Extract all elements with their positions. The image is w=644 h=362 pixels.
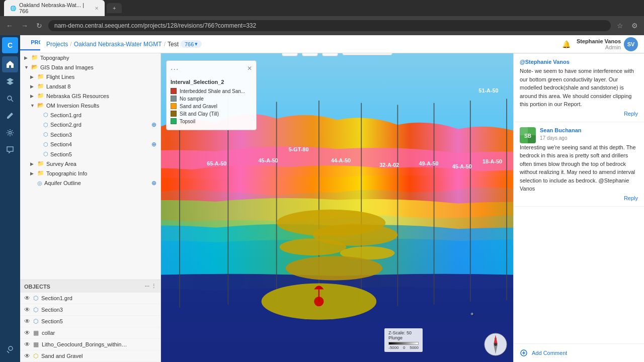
tree-om-inversion[interactable]: ▼ 📂 OM Inversion Results [20, 101, 160, 110]
tree-flight-lines[interactable]: ▶ 📁 Flight Lines [20, 72, 160, 81]
rail-settings[interactable] [2, 125, 18, 141]
tree-section4[interactable]: ▶ ⬡ Section4 ⊕ [20, 139, 160, 149]
user-role: Admin [577, 44, 621, 50]
version-chevron: ▾ [195, 41, 198, 47]
comment-author-0: @Stephanie Vanos [520, 59, 638, 65]
visibility-icon-section1[interactable]: 👁 [24, 295, 30, 302]
add-comment-row[interactable]: Add Comment [514, 343, 644, 362]
refresh-btn[interactable]: ↻ [34, 21, 44, 31]
add-comment-label: Add Comment [532, 350, 567, 356]
tree-section5[interactable]: ▶ ⬡ Section5 [20, 149, 160, 159]
comment-author-1: Sean Buchanan [540, 127, 582, 133]
rail-comment[interactable] [2, 142, 18, 158]
forward-btn[interactable]: → [19, 21, 30, 31]
visibility-icon-litho[interactable]: 👁 [24, 341, 30, 348]
visibility-icon-sand[interactable]: 👁 [24, 352, 30, 359]
obj-icon-sand: ⬡ [33, 352, 38, 359]
viewport[interactable]: 51-A-50 18-B-63 45-A-50 65-A-50 5-GT-80 … [161, 35, 513, 362]
tree-container: ▶ 📁 Topography ▼ 📂 GIS Data and Images [20, 51, 160, 280]
comment-row-1: SB Sean Buchanan 17 days ago [520, 127, 638, 143]
browser-chrome: 🌐 Oakland Nebraska-Wat... | 766 ✕ + ← → … [0, 0, 644, 35]
tree-arrow-landsat: ▶ [30, 84, 35, 89]
comment-meta-1: 17 days ago [540, 135, 582, 141]
legend-close-btn[interactable]: ✕ [247, 65, 252, 72]
svg-point-15 [280, 238, 346, 255]
extensions-btn[interactable]: ⚙ [629, 21, 640, 31]
legend-item-1: No sample [171, 96, 252, 102]
tree-topography[interactable]: ▶ 📁 Topography [20, 53, 160, 62]
tree-topo-info[interactable]: ▶ 📁 Topographic Info [20, 168, 160, 178]
svg-text:5-GT-80: 5-GT-80 [289, 146, 309, 152]
obj-icon-section3: ⬡ [33, 306, 38, 313]
new-tab-btn[interactable]: + [107, 3, 122, 13]
object-sand-gravel[interactable]: 👁 ⬡ Sand and Gravel [20, 350, 160, 362]
object-section5[interactable]: 👁 ⬡ Section5 [20, 316, 160, 327]
legend-dots[interactable]: ··· [171, 65, 179, 74]
header-right: 🔔 Stephanie Vanos Admin SV [562, 37, 638, 51]
object-collar[interactable]: 👁 ▦ collar [20, 327, 160, 339]
legend-item-4: Topsoil [171, 118, 252, 124]
icon-rail: C [0, 35, 20, 362]
tree-aquifer[interactable]: ▶ ◎ Aquifer Outline ⊕ [20, 178, 160, 188]
svg-text:51-A-50: 51-A-50 [478, 87, 498, 94]
avatar-image-1: SB [520, 127, 536, 143]
svg-line-1 [11, 100, 13, 102]
reply-btn-0[interactable]: Reply [520, 111, 638, 117]
active-tab[interactable]: 🌐 Oakland Nebraska-Wat... | 766 ✕ [4, 0, 105, 16]
tree-arrow-survey: ▶ [30, 161, 35, 166]
url-input[interactable] [48, 20, 611, 31]
visibility-icon-collar[interactable]: 👁 [24, 329, 30, 336]
breadcrumb-projects[interactable]: Projects [46, 41, 68, 48]
app-logo[interactable]: C [2, 37, 18, 53]
tree-landsat[interactable]: ▶ 📁 Landsat 8 [20, 81, 160, 91]
legend-label-1: No sample [180, 96, 204, 102]
rail-layers[interactable] [2, 73, 18, 89]
breadcrumb-project-name[interactable]: Oakland Nebraska-Water MGMT [74, 41, 162, 48]
notification-btn[interactable]: 🔔 [562, 40, 571, 48]
rail-tools[interactable] [2, 342, 18, 358]
rail-home[interactable] [2, 56, 18, 72]
visibility-icon-section3[interactable]: 👁 [24, 306, 30, 313]
tree-label-survey: Survey Area [46, 161, 76, 167]
object-litho[interactable]: 👁 ▦ Litho_Geoclourd_Borings_within_Oakla… [20, 339, 160, 350]
legend-title: Interval_Selection_2 [171, 79, 252, 85]
reply-btn-1[interactable]: Reply [520, 195, 638, 201]
tree-nebraska[interactable]: ▶ 📁 Nebraska GIS Resources [20, 91, 160, 101]
visibility-icon-section5[interactable]: 👁 [24, 318, 30, 325]
tree-survey-area[interactable]: ▶ 📁 Survey Area [20, 159, 160, 168]
add-btn-section4[interactable]: ⊕ [151, 141, 156, 148]
legend-panel: ··· Interval_Selection_2 Interbedded Sha… [166, 60, 257, 130]
svg-text:44-A-50: 44-A-50 [331, 157, 351, 163]
object-section3[interactable]: 👁 ⬡ Section3 [20, 304, 160, 316]
tree-section3[interactable]: ▶ ⬡ Section3 [20, 130, 160, 139]
tab-favicon: 🌐 [10, 6, 16, 11]
tab-close-btn[interactable]: ✕ [95, 6, 99, 11]
svg-point-17 [286, 256, 383, 280]
obj-icon-section5: ⬡ [33, 318, 38, 325]
back-btn[interactable]: ← [4, 21, 15, 31]
obj-icon-collar: ▦ [33, 329, 39, 336]
rail-pencil[interactable] [2, 108, 18, 124]
rail-search[interactable] [2, 90, 18, 107]
folder-icon-nebraska: 📁 [37, 93, 44, 99]
object-section1[interactable]: 👁 ⬡ Section1.grd [20, 293, 160, 304]
tree-section1[interactable]: ▶ ⬡ Section1.grd [20, 110, 160, 120]
version-number: 766 [185, 41, 194, 47]
tree-label-section4: Section4 [50, 141, 72, 147]
compass-svg: N [483, 332, 508, 357]
add-btn-section2[interactable]: ⊕ [151, 121, 156, 128]
tree-section2[interactable]: ▶ ⬡ Section2.grd ⊕ [20, 120, 160, 130]
bookmark-btn[interactable]: ☆ [615, 21, 625, 31]
version-badge[interactable]: 766 ▾ [181, 40, 202, 48]
user-avatar[interactable]: SV [624, 37, 638, 51]
legend-color-2 [171, 103, 177, 109]
add-btn-aquifer[interactable]: ⊕ [151, 179, 156, 187]
breadcrumb: Projects / Oakland Nebraska-Water MGMT /… [46, 40, 202, 48]
svg-text:45-A-50: 45-A-50 [452, 163, 472, 169]
cursor-position: + [470, 311, 473, 317]
tree-gis-data[interactable]: ▼ 📂 GIS Data and Images [20, 62, 160, 72]
objects-menu[interactable]: ··· ⋮ [145, 283, 156, 290]
tab-bar: 🌐 Oakland Nebraska-Wat... | 766 ✕ + [0, 0, 644, 16]
breadcrumb-test: Test [168, 41, 179, 48]
comments-panel: COMMENTS ⚙ ✕ @Stephanie Vanos Note- we s… [513, 35, 644, 362]
